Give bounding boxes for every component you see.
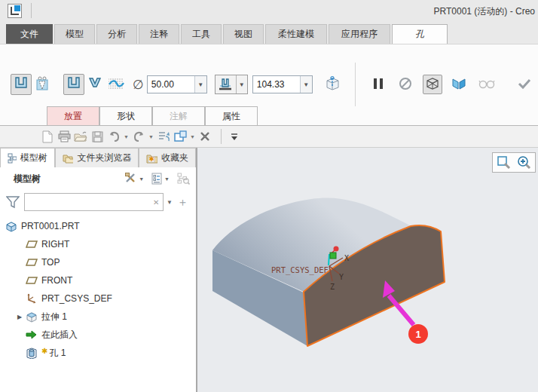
window-switch-dropdown[interactable]: ▼ — [188, 134, 197, 139]
expand-arrow-icon[interactable]: ▶ — [14, 314, 25, 320]
favorites-tab-label: 收藏夹 — [161, 152, 188, 164]
tab-model-tree[interactable]: 模型树 — [0, 148, 55, 167]
window-switch-button[interactable] — [172, 128, 188, 145]
svg-text:✱: ✱ — [149, 155, 155, 163]
straight-hole-button[interactable] — [63, 74, 84, 95]
undo-dropdown[interactable]: ▼ — [122, 134, 130, 139]
close-window-button[interactable] — [197, 128, 213, 145]
tab-flexible-modeling[interactable]: 柔性建模 — [265, 24, 327, 44]
hole-feature-icon — [25, 347, 38, 359]
filter-clear-icon[interactable]: ✕ — [149, 198, 163, 207]
open-button[interactable] — [72, 128, 89, 145]
title-bar: PRT0001 (活动的) - Creo — [0, 0, 538, 21]
model-tree-icon — [8, 153, 17, 164]
tree-item-insert-here[interactable]: 在此插入 — [0, 326, 196, 344]
tab-tools[interactable]: 工具 — [181, 24, 222, 44]
folder-browser-tab-label: 文件夹浏览器 — [77, 152, 131, 164]
customize-icon — [231, 133, 238, 140]
tree-settings-button[interactable]: ▼ — [151, 173, 170, 185]
ok-button[interactable] — [515, 75, 534, 94]
diameter-dropdown[interactable]: ▼ — [194, 76, 206, 93]
regenerate-button[interactable] — [155, 128, 172, 145]
tree-item-csys[interactable]: PRT_CSYS_DEF — [0, 289, 196, 308]
tab-favorites[interactable]: ✱ 收藏夹 — [139, 148, 196, 167]
check-icon — [518, 78, 531, 91]
feature-preview-button[interactable] — [450, 75, 469, 94]
tab-applications[interactable]: 应用程序 — [329, 24, 390, 44]
tree-item-part-root[interactable]: PRT0001.PRT — [0, 217, 196, 235]
redo-icon — [133, 131, 145, 142]
hole-axis-preview-button[interactable] — [322, 75, 342, 94]
diameter-combo: ▼ — [147, 75, 207, 93]
tab-properties[interactable]: 属性 — [205, 106, 258, 125]
no-preview-button[interactable] — [396, 75, 415, 94]
tab-view[interactable]: 视图 — [223, 24, 264, 44]
tree-item-top-plane[interactable]: TOP — [0, 253, 196, 271]
tab-analysis[interactable]: 分析 — [96, 24, 137, 44]
tree-tools-dropdown[interactable]: ▼ — [139, 176, 144, 182]
dashboard-separator — [355, 63, 356, 106]
tab-model[interactable]: 模型 — [54, 24, 95, 44]
depth-type-button[interactable]: ▼ — [215, 75, 248, 94]
tree-item-label: FRONT — [41, 275, 72, 286]
tab-hole[interactable]: 孔 — [392, 24, 448, 44]
tree-item-hole-1[interactable]: ✱ 孔 1 — [0, 344, 196, 362]
geometry-preview-button[interactable] — [423, 75, 442, 94]
tapered-hole-button[interactable] — [84, 74, 105, 95]
tree-item-label: PRT0001.PRT — [21, 221, 80, 231]
insert-here-arrow-icon — [25, 329, 38, 341]
save-button[interactable] — [89, 128, 105, 145]
tree-item-front-plane[interactable]: FRONT — [0, 271, 196, 289]
diameter-input[interactable] — [148, 76, 194, 93]
tree-settings-dropdown[interactable]: ▼ — [164, 176, 170, 182]
tree-filter-row: ✕ ▼ ＋ — [0, 190, 196, 214]
model-tree-header: 模型树 ▼ ▼ — [0, 167, 196, 190]
tab-placement[interactable]: 放置 — [47, 106, 99, 125]
simple-hole-button[interactable] — [11, 74, 32, 95]
tab-folder-browser[interactable]: 文件夹浏览器 — [55, 148, 139, 167]
standard-hole-button[interactable] — [32, 74, 53, 95]
undo-button[interactable] — [105, 128, 122, 145]
graphics-viewport[interactable]: X Y Z PRT_CSYS_DEF — [197, 148, 538, 392]
print-button[interactable] — [56, 128, 72, 145]
tab-annotate[interactable]: 注释 — [139, 24, 179, 44]
part-icon — [5, 220, 17, 232]
folder-browser-icon — [63, 153, 74, 164]
tree-tools-button[interactable]: ▼ — [124, 173, 144, 185]
tab-file[interactable]: 文件 — [6, 24, 53, 44]
svg-text:1: 1 — [415, 329, 420, 340]
axis-label-y: Y — [339, 273, 344, 281]
quick-access-toolbar: ▼ ▼ ▼ — [0, 126, 538, 148]
datum-plane-icon — [25, 274, 38, 286]
callout-badge: 1 — [408, 324, 428, 344]
sketched-hole-button[interactable] — [105, 74, 127, 95]
verify-glasses-button[interactable] — [477, 75, 497, 94]
depth-dropdown[interactable]: ▼ — [300, 76, 312, 93]
open-folder-icon — [74, 131, 87, 142]
tab-shape[interactable]: 形状 — [99, 106, 152, 125]
tree-item-label: PRT_CSYS_DEF — [41, 293, 112, 304]
pause-button[interactable] — [368, 75, 388, 94]
creo-window-icon[interactable] — [8, 4, 22, 18]
redo-dropdown[interactable]: ▼ — [147, 134, 155, 139]
new-file-button[interactable] — [39, 128, 56, 145]
filter-add-button[interactable]: ＋ — [176, 195, 190, 210]
tree-item-label: 拉伸 1 — [41, 311, 67, 323]
tree-filter-input[interactable] — [25, 197, 149, 207]
wireframe-cube-icon — [424, 75, 441, 94]
customize-toolbar-button[interactable] — [226, 128, 243, 145]
filter-dropdown[interactable]: ▼ — [164, 199, 175, 206]
depth-input[interactable] — [253, 76, 300, 93]
feature-preview-icon — [452, 78, 467, 92]
depth-type-dropdown[interactable]: ▼ — [236, 75, 247, 93]
tree-item-extrude-1[interactable]: ▶ 拉伸 1 — [0, 308, 196, 326]
window-title: PRT0001 (活动的) - Creo — [434, 5, 535, 18]
settings-list-icon — [151, 173, 162, 185]
tapered-hole-icon — [87, 76, 102, 93]
tree-item-label: RIGHT — [41, 239, 69, 250]
save-icon — [92, 131, 103, 142]
filter-funnel-icon[interactable] — [6, 195, 20, 210]
extrude-icon — [25, 311, 38, 323]
tree-item-right-plane[interactable]: RIGHT — [0, 235, 196, 253]
redo-button[interactable] — [130, 128, 147, 145]
